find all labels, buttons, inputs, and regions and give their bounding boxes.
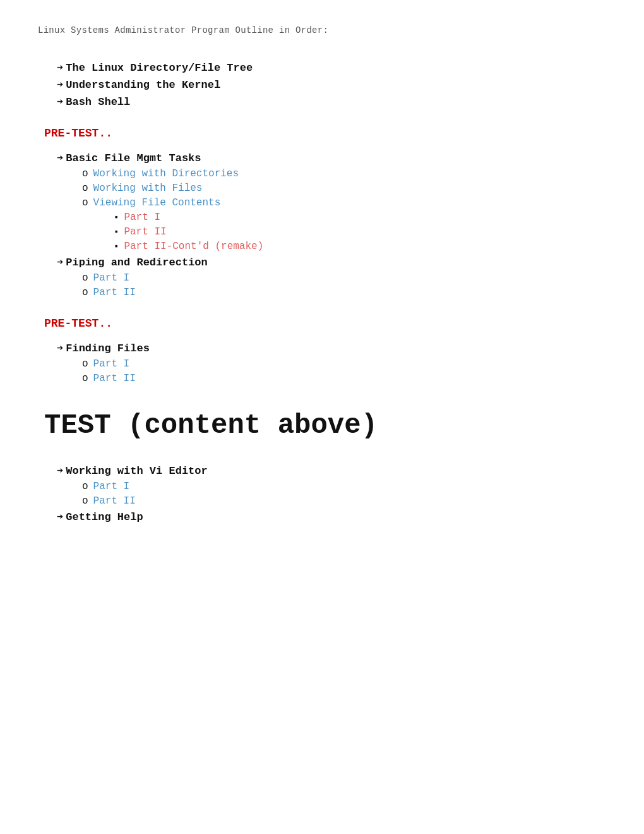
- item-label: Working with Vi Editor: [66, 465, 207, 477]
- item-label: Viewing File Contents: [93, 197, 221, 208]
- bullet-o-icon: o: [82, 272, 88, 284]
- list-item: oPart II: [44, 373, 606, 384]
- item-label: Part II: [124, 226, 166, 238]
- arrow-icon: ➔: [57, 78, 63, 91]
- item-label: Part I: [93, 358, 130, 370]
- list-item: oWorking with Directories: [44, 168, 606, 179]
- bullet-o-icon: o: [82, 183, 88, 194]
- item-label: Getting Help: [66, 511, 143, 523]
- test-heading: TEST (content above): [44, 409, 606, 441]
- section-items: ➔Working with Vi EditoroPart IoPart II➔G…: [44, 464, 606, 523]
- item-label: Part II-Cont'd (remake): [124, 241, 263, 252]
- item-label: Understanding the Kernel: [66, 79, 220, 91]
- item-label: Part II: [93, 373, 136, 384]
- item-label: Part II: [93, 495, 136, 507]
- list-item: oPart II: [44, 495, 606, 507]
- item-label: Working with Directories: [93, 168, 239, 179]
- list-item: oPart II: [44, 287, 606, 298]
- bullet-o-icon: o: [82, 373, 88, 384]
- list-item: ➔The Linux Directory/File Tree: [44, 61, 606, 74]
- arrow-icon: ➔: [57, 341, 63, 354]
- arrow-icon: ➔: [57, 464, 63, 477]
- bullet-square-icon: ▪: [114, 241, 119, 251]
- list-item: ➔Understanding the Kernel: [44, 78, 606, 91]
- section-items: ➔The Linux Directory/File Tree➔Understan…: [44, 61, 606, 108]
- list-item: oPart I: [44, 272, 606, 284]
- pre-test-label: PRE-TEST..: [44, 317, 606, 330]
- item-label: Part II: [93, 287, 136, 298]
- arrow-icon: ➔: [57, 95, 63, 108]
- list-item: ➔Basic File Mgmt Tasks: [44, 151, 606, 164]
- list-item: oPart I: [44, 358, 606, 370]
- list-item: ▪Part II-Cont'd (remake): [44, 241, 606, 252]
- arrow-icon: ➔: [57, 255, 63, 269]
- item-label: The Linux Directory/File Tree: [66, 62, 253, 74]
- arrow-icon: ➔: [57, 61, 63, 74]
- item-label: Part I: [93, 481, 130, 492]
- list-item: ➔Finding Files: [44, 341, 606, 354]
- list-item: oViewing File Contents: [44, 197, 606, 208]
- list-item: ➔Bash Shell: [44, 95, 606, 108]
- bullet-square-icon: ▪: [114, 227, 119, 237]
- item-label: Part I: [93, 272, 130, 284]
- list-item: ➔Piping and Redirection: [44, 255, 606, 269]
- bullet-o-icon: o: [82, 481, 88, 492]
- item-label: Part I: [124, 212, 160, 223]
- item-label: Bash Shell: [66, 96, 130, 108]
- arrow-icon: ➔: [57, 151, 63, 164]
- list-item: oPart I: [44, 481, 606, 492]
- list-item: ➔Working with Vi Editor: [44, 464, 606, 477]
- bullet-o-icon: o: [82, 495, 88, 507]
- list-item: oWorking with Files: [44, 183, 606, 194]
- list-item: ➔Getting Help: [44, 510, 606, 523]
- bullet-o-icon: o: [82, 287, 88, 298]
- bullet-square-icon: ▪: [114, 212, 119, 222]
- section-items: ➔Basic File Mgmt TasksoWorking with Dire…: [44, 151, 606, 298]
- item-label: Finding Files: [66, 342, 150, 354]
- pre-test-label: PRE-TEST..: [44, 127, 606, 140]
- bullet-o-icon: o: [82, 358, 88, 370]
- item-label: Basic File Mgmt Tasks: [66, 152, 201, 164]
- arrow-icon: ➔: [57, 510, 63, 523]
- bullet-o-icon: o: [82, 168, 88, 179]
- page-header: Linux Systems Administrator Program Outl…: [38, 25, 606, 35]
- item-label: Working with Files: [93, 183, 203, 194]
- list-item: ▪Part I: [44, 212, 606, 223]
- bullet-o-icon: o: [82, 197, 88, 208]
- outline-container: ➔The Linux Directory/File Tree➔Understan…: [38, 61, 606, 523]
- list-item: ▪Part II: [44, 226, 606, 238]
- item-label: Piping and Redirection: [66, 257, 207, 269]
- section-items: ➔Finding FilesoPart IoPart II: [44, 341, 606, 384]
